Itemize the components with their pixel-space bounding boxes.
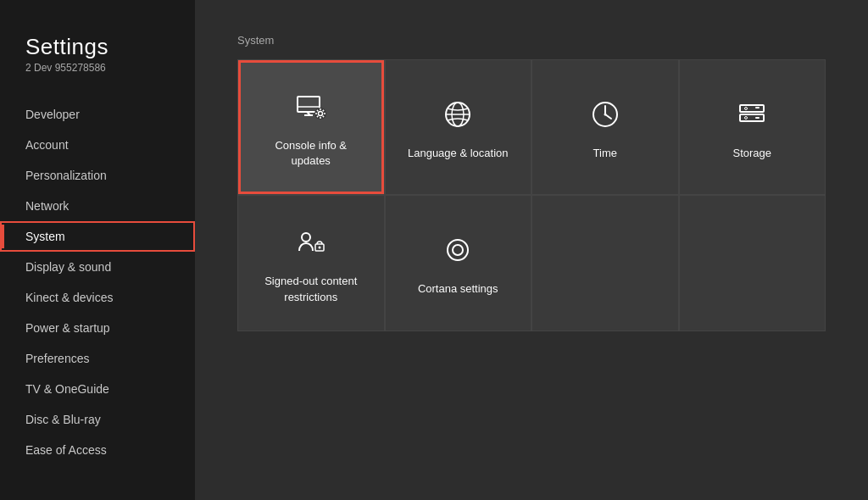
sidebar-item-developer[interactable]: Developer xyxy=(0,99,195,130)
sidebar-item-kinect[interactable]: Kinect & devices xyxy=(0,282,195,313)
svg-line-12 xyxy=(322,116,323,117)
svg-point-31 xyxy=(448,240,468,260)
svg-point-32 xyxy=(453,245,463,255)
sidebar-item-disc[interactable]: Disc & Blu-ray xyxy=(0,404,195,435)
sidebar-item-preferences[interactable]: Preferences xyxy=(0,343,195,374)
sidebar-item-account[interactable]: Account xyxy=(0,130,195,160)
grid-cell-storage[interactable]: Storage xyxy=(680,60,826,194)
language-label: Language & location xyxy=(408,146,509,161)
grid-cell-signed-out[interactable]: Signed-out contentrestrictions xyxy=(238,196,384,330)
language-icon xyxy=(441,97,475,136)
svg-rect-23 xyxy=(740,114,764,121)
sidebar-item-power[interactable]: Power & startup xyxy=(0,313,195,343)
section-label: System xyxy=(237,34,826,47)
sidebar-item-display-sound[interactable]: Display & sound xyxy=(0,252,195,282)
sidebar-nav: Developer Account Personalization Networ… xyxy=(0,99,195,483)
sidebar-item-personalization[interactable]: Personalization xyxy=(0,160,195,191)
grid-cell-time[interactable]: Time xyxy=(532,60,678,194)
grid-cell-language[interactable]: Language & location xyxy=(386,60,531,194)
storage-icon xyxy=(735,97,769,136)
svg-point-28 xyxy=(302,233,310,242)
signed-out-icon xyxy=(294,225,328,264)
sidebar-item-tv[interactable]: TV & OneGuide xyxy=(0,374,195,404)
console-info-icon xyxy=(294,90,328,128)
grid-cell-console-info[interactable]: Console info &updates xyxy=(238,60,384,194)
settings-grid: Console info &updates Language & locatio… xyxy=(237,59,826,331)
sidebar-header: Settings 2 Dev 955278586 xyxy=(0,34,195,99)
cortana-label: Cortana settings xyxy=(418,281,498,297)
svg-line-13 xyxy=(322,110,323,111)
svg-line-14 xyxy=(317,116,318,117)
signed-out-label: Signed-out contentrestrictions xyxy=(264,274,357,304)
svg-rect-22 xyxy=(740,105,764,112)
sidebar-item-ease[interactable]: Ease of Access xyxy=(0,435,195,465)
svg-point-26 xyxy=(745,108,748,110)
time-icon xyxy=(588,97,622,136)
cortana-icon xyxy=(441,233,475,271)
app-title: Settings xyxy=(25,34,170,60)
svg-point-21 xyxy=(604,114,606,116)
console-info-label: Console info &updates xyxy=(275,138,347,169)
sidebar: Settings 2 Dev 955278586 Developer Accou… xyxy=(0,0,195,500)
svg-point-30 xyxy=(318,247,320,249)
svg-point-27 xyxy=(745,117,748,119)
grid-cell-empty-2 xyxy=(680,196,826,330)
main-content: System xyxy=(195,0,868,500)
svg-line-11 xyxy=(317,110,318,111)
grid-cell-cortana[interactable]: Cortana settings xyxy=(386,196,531,330)
sidebar-item-system[interactable]: System xyxy=(0,221,195,252)
time-label: Time xyxy=(593,146,617,161)
app-subtitle: 2 Dev 955278586 xyxy=(25,62,170,74)
storage-label: Storage xyxy=(732,146,771,161)
grid-cell-empty-1 xyxy=(532,196,678,330)
sidebar-item-network[interactable]: Network xyxy=(0,191,195,221)
